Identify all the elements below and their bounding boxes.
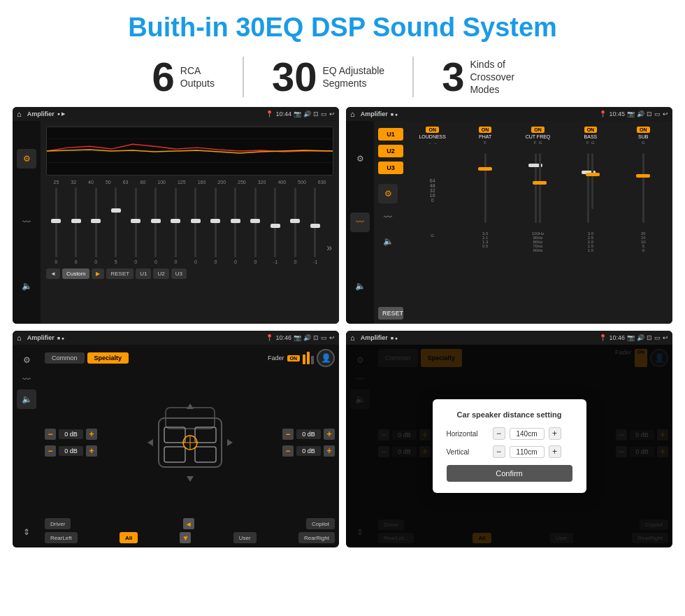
eq-custom-btn[interactable]: Custom xyxy=(62,268,90,279)
preset-u2[interactable]: U2 xyxy=(378,145,403,157)
dialog-row-horizontal: Horizontal − 140cm + xyxy=(447,427,572,440)
fader-on-badge[interactable]: ON xyxy=(287,355,301,361)
btn-rearright[interactable]: RearRight xyxy=(298,532,335,543)
eq-slider-2[interactable]: 0 xyxy=(87,187,105,264)
eq-slider-11[interactable]: -1 xyxy=(267,187,284,264)
bass-on[interactable]: ON xyxy=(584,127,598,133)
btn-user[interactable]: User xyxy=(233,532,257,543)
sidebar-eq-icon-crs[interactable]: ⚙ xyxy=(378,184,398,203)
sub-on[interactable]: ON xyxy=(637,127,650,133)
btn-all[interactable]: All xyxy=(120,532,138,543)
status-bar-2: ⌂ Amplifier ■ ● 📍 10:45 📷 🔊 ⊡ ▭ ↩ xyxy=(346,107,672,121)
time-2: 10:45 xyxy=(609,110,625,117)
home-icon-1[interactable]: ⌂ xyxy=(17,110,22,118)
tab-common[interactable]: Common xyxy=(45,352,85,364)
screen2: ⌂ Amplifier ■ ● 📍 10:45 📷 🔊 ⊡ ▭ ↩ ⚙ 〰 🔈 xyxy=(346,107,672,324)
eq-slider-3[interactable]: 5 xyxy=(108,187,125,264)
phat-slider[interactable] xyxy=(460,146,510,230)
col-loudness: ON LOUDNESS ～ ～ 64 48 32 16 0 G xyxy=(408,127,457,320)
sidebar-wave-icon-2[interactable]: 〰 xyxy=(350,213,370,232)
home-icon-3[interactable]: ⌂ xyxy=(17,334,22,342)
eq-slider-8[interactable]: 0 xyxy=(207,187,224,264)
eq-prev-btn[interactable]: ◄ xyxy=(46,268,60,279)
btn-nav-left[interactable]: ◄ xyxy=(183,518,194,529)
db-plus-4[interactable]: + xyxy=(324,445,335,457)
horizontal-minus[interactable]: − xyxy=(493,427,505,440)
volume-icon-1: 🔊 xyxy=(303,110,311,117)
eq-slider-5[interactable]: 0 xyxy=(147,187,165,264)
eq-slider-0[interactable]: 0 xyxy=(48,187,65,264)
sidebar-speaker-icon-2[interactable]: 🔈 xyxy=(350,276,370,296)
sidebar-wave-icon-crs[interactable]: 〰 xyxy=(378,208,398,227)
crossover-reset-btn[interactable]: RESET xyxy=(378,307,403,320)
sub-label: SUB xyxy=(638,134,648,139)
confirm-button[interactable]: Confirm xyxy=(447,465,572,482)
loudness-slider[interactable]: 64 48 32 16 0 xyxy=(408,148,457,232)
distance-dialog: Car speaker distance setting Horizontal … xyxy=(433,399,586,493)
camera-icon-3: 📷 xyxy=(294,334,301,341)
screen3: ⌂ Amplifier ■ ● 📍 10:46 📷 🔊 ⊡ ▭ ↩ ⚙ 〰 🔈 … xyxy=(13,331,339,547)
eq-u2-btn[interactable]: U2 xyxy=(153,268,168,279)
eq-play-btn[interactable]: ▶ xyxy=(92,268,104,279)
eq-graph xyxy=(46,127,333,176)
sidebar-wave-icon-3[interactable]: 〰 xyxy=(17,370,36,389)
sub-slider[interactable] xyxy=(619,146,668,230)
eq-slider-13[interactable]: -1 xyxy=(307,187,324,264)
user-icon-btn[interactable]: 👤 xyxy=(317,349,335,367)
eq-slider-12[interactable]: 0 xyxy=(287,187,304,264)
home-icon-4[interactable]: ⌂ xyxy=(350,334,355,342)
vertical-minus[interactable]: − xyxy=(493,445,505,458)
btn-copilot[interactable]: Copilot xyxy=(306,518,335,529)
eq-u3-btn[interactable]: U3 xyxy=(171,268,187,279)
vertical-label: Vertical xyxy=(447,448,489,456)
eq-slider-10[interactable]: 0 xyxy=(247,187,264,264)
db-minus-3[interactable]: − xyxy=(282,429,294,440)
btn-rearleft[interactable]: RearLeft xyxy=(45,532,78,543)
volume-icon-4: 🔊 xyxy=(637,334,644,341)
sidebar-wave-icon[interactable]: 〰 xyxy=(17,213,36,232)
back-icon-3[interactable]: ↩ xyxy=(329,334,335,341)
eq-u1-btn[interactable]: U1 xyxy=(136,268,151,279)
eq-slider-9[interactable]: 0 xyxy=(227,187,245,264)
sidebar-arrows-icon-3[interactable]: ⇕ xyxy=(17,522,36,542)
tab-specialty[interactable]: Specialty xyxy=(87,352,129,364)
sidebar-eq-icon-3[interactable]: ⚙ xyxy=(17,350,36,370)
preset-u1[interactable]: U1 xyxy=(378,128,403,141)
preset-u3[interactable]: U3 xyxy=(378,162,403,174)
eq-reset-btn[interactable]: RESET xyxy=(106,268,134,279)
phat-label: PHAT xyxy=(479,134,491,139)
horizontal-plus[interactable]: + xyxy=(549,427,561,440)
back-icon-1[interactable]: ↩ xyxy=(329,110,335,117)
db-minus-4[interactable]: − xyxy=(282,445,294,457)
db-plus-3[interactable]: + xyxy=(324,429,335,440)
cutfreq-slider[interactable] xyxy=(513,146,563,230)
eq-slider-4[interactable]: 0 xyxy=(127,187,145,264)
col-sub: ON SUB G 20151050 xyxy=(619,127,668,320)
eq-slider-6[interactable]: 0 xyxy=(167,187,185,264)
home-icon-2[interactable]: ⌂ xyxy=(350,110,355,118)
db-plus-2[interactable]: + xyxy=(86,445,97,457)
sidebar-eq-icon-2[interactable]: ⚙ xyxy=(350,149,370,169)
bottom-labels-row2: RearLeft All ▼ User RearRight xyxy=(45,532,335,543)
db-minus-2[interactable]: − xyxy=(45,445,56,457)
bottom-labels-row: Driver ◄ Copilot xyxy=(45,518,335,529)
db-minus-1[interactable]: − xyxy=(45,429,56,440)
back-icon-4[interactable]: ↩ xyxy=(663,334,668,341)
sidebar-spk-icon-crs[interactable]: 🔈 xyxy=(378,231,398,251)
btn-driver[interactable]: Driver xyxy=(45,518,71,529)
horizontal-value: 140cm xyxy=(510,428,545,440)
back-icon-2[interactable]: ↩ xyxy=(663,110,668,117)
db-plus-1[interactable]: + xyxy=(86,429,97,440)
stat-desc-rca: RCAOutputs xyxy=(180,64,215,89)
eq-slider-7[interactable]: 0 xyxy=(187,187,205,264)
loudness-on[interactable]: ON xyxy=(426,127,439,133)
cutfreq-on[interactable]: ON xyxy=(531,127,545,133)
sidebar-speaker-icon-3[interactable]: 🔈 xyxy=(17,389,36,409)
phat-on[interactable]: ON xyxy=(479,127,492,133)
sidebar-eq-icon[interactable]: ⚙ xyxy=(17,149,36,169)
sidebar-speaker-icon[interactable]: 🔈 xyxy=(17,276,36,296)
eq-slider-1[interactable]: 0 xyxy=(68,187,85,264)
btn-nav-down[interactable]: ▼ xyxy=(180,532,191,543)
bass-slider[interactable] xyxy=(565,146,615,230)
vertical-plus[interactable]: + xyxy=(549,445,561,458)
